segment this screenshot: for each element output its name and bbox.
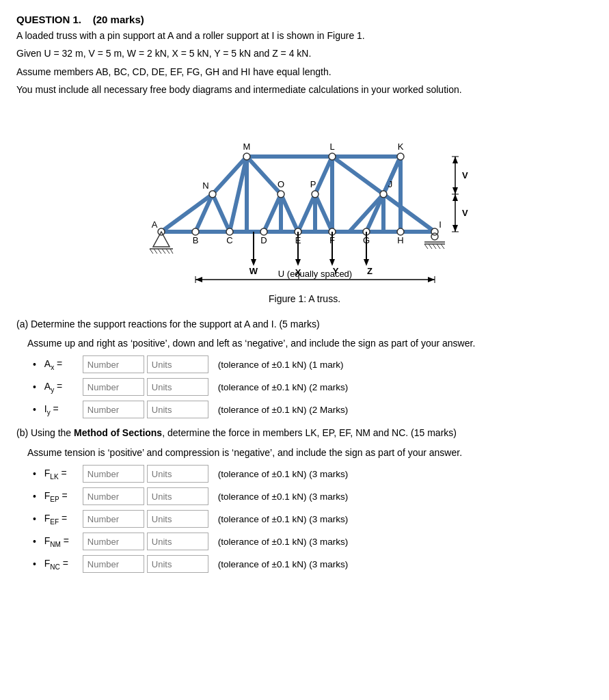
- part-b-header-post: , determine the force in members LK, EP,…: [162, 427, 457, 438]
- svg-line-28: [315, 194, 332, 232]
- svg-line-80: [441, 244, 444, 249]
- svg-marker-101: [452, 187, 458, 194]
- svg-text:D: D: [260, 235, 267, 245]
- flk-row: • FLK = (tolerance of ±0.1 kN) (3 marks): [33, 465, 593, 483]
- fnm-label: FNM =: [44, 535, 80, 548]
- svg-line-79: [437, 244, 440, 249]
- fep-tolerance: (tolerance of ±0.1 kN) (3 marks): [218, 492, 348, 502]
- svg-line-67: [150, 249, 153, 254]
- ay-row: • Ay = (tolerance of ±0.1 kN) (2 marks): [33, 378, 593, 396]
- svg-text:B: B: [192, 235, 198, 245]
- svg-line-21: [213, 194, 230, 232]
- part-b-sub: Assume tension is ‘positive’ and compres…: [27, 445, 593, 460]
- svg-point-46: [329, 153, 336, 160]
- svg-line-68: [154, 249, 157, 254]
- svg-text:V: V: [462, 170, 468, 180]
- svg-line-77: [429, 244, 432, 249]
- svg-marker-88: [329, 259, 335, 266]
- part-b-header-bold: Method of Sections: [74, 427, 162, 438]
- svg-point-36: [260, 228, 267, 235]
- flk-label: FLK =: [44, 468, 80, 481]
- bullet-fef: •: [33, 513, 36, 524]
- ax-row: • Ax = (tolerance of ±0.1 kN) (1 mark): [33, 355, 593, 373]
- svg-line-72: [170, 249, 173, 254]
- svg-text:U (equally spaced): U (equally spaced): [278, 269, 351, 279]
- iy-label: Iy =: [44, 403, 80, 416]
- svg-line-23: [264, 194, 281, 232]
- ax-units-input[interactable]: [147, 355, 208, 373]
- svg-line-32: [332, 157, 383, 194]
- svg-point-48: [397, 153, 404, 160]
- part-a-header: (a) Determine the support reactions for …: [16, 317, 593, 332]
- svg-marker-106: [428, 277, 435, 282]
- fef-units-input[interactable]: [147, 510, 208, 528]
- figure-caption: Figure 1: A truss.: [16, 293, 593, 304]
- flk-units-input[interactable]: [147, 465, 208, 483]
- part-b-header-pre: (b) Using the: [16, 427, 74, 438]
- ay-label: Ay =: [44, 381, 80, 394]
- svg-text:L: L: [329, 142, 334, 152]
- svg-point-43: [243, 153, 250, 160]
- svg-point-45: [312, 191, 319, 198]
- bullet-fnm: •: [33, 536, 36, 547]
- figure-container: M L K N O P J A B C D E F G H I: [16, 110, 593, 288]
- flk-number-input[interactable]: [83, 465, 144, 483]
- fnm-units-input[interactable]: [147, 533, 208, 550]
- svg-text:P: P: [310, 179, 316, 189]
- fep-label: FEP =: [44, 490, 80, 503]
- svg-line-31: [349, 194, 383, 232]
- fnm-number-input[interactable]: [83, 533, 144, 550]
- fep-number-input[interactable]: [83, 487, 144, 505]
- svg-text:A: A: [151, 219, 157, 230]
- flk-tolerance: (tolerance of ±0.1 kN) (3 marks): [218, 469, 348, 479]
- iy-units-input[interactable]: [147, 401, 208, 418]
- ay-number-input[interactable]: [83, 378, 144, 396]
- svg-marker-100: [452, 157, 458, 163]
- svg-point-35: [226, 228, 233, 235]
- ax-tolerance: (tolerance of ±0.1 kN) (1 mark): [218, 360, 344, 370]
- ay-units-input[interactable]: [147, 378, 208, 396]
- ay-tolerance: (tolerance of ±0.1 kN) (2 marks): [218, 382, 348, 392]
- truss-figure: M L K N O P J A B C D E F G H I: [127, 110, 483, 288]
- question-marks: (20 marks): [93, 14, 144, 25]
- svg-text:V: V: [462, 208, 468, 218]
- bullet-fep: •: [33, 491, 36, 502]
- bullet-fnc: •: [33, 558, 36, 569]
- fnc-units-input[interactable]: [147, 555, 208, 573]
- svg-line-24: [247, 157, 281, 194]
- fef-label: FEF =: [44, 513, 80, 526]
- iy-number-input[interactable]: [83, 401, 144, 418]
- bullet-ax: •: [33, 359, 36, 370]
- svg-marker-91: [364, 259, 369, 266]
- fnc-number-input[interactable]: [83, 555, 144, 573]
- fnm-row: • FNM = (tolerance of ±0.1 kN) (3 marks): [33, 533, 593, 550]
- fnc-label: FNC =: [44, 558, 80, 571]
- svg-text:N: N: [202, 180, 208, 191]
- intro-line-2: Given U = 32 m, V = 5 m, W = 2 kN, X = 5…: [16, 46, 593, 61]
- svg-marker-102: [452, 194, 458, 201]
- svg-line-13: [383, 194, 435, 232]
- ax-number-input[interactable]: [83, 355, 144, 373]
- svg-line-26: [298, 194, 315, 232]
- svg-text:C: C: [226, 235, 232, 245]
- bullet-ay: •: [33, 381, 36, 392]
- part-b-header: (b) Using the Method of Sections, determ…: [16, 425, 593, 440]
- question-number: QUESTION 1.: [16, 14, 81, 25]
- svg-point-34: [192, 228, 199, 235]
- svg-text:O: O: [277, 179, 284, 189]
- svg-text:W: W: [249, 266, 258, 276]
- fef-number-input[interactable]: [83, 510, 144, 528]
- fep-row: • FEP = (tolerance of ±0.1 kN) (3 marks): [33, 487, 593, 505]
- svg-line-76: [424, 244, 428, 249]
- fep-units-input[interactable]: [147, 487, 208, 505]
- fef-row: • FEF = (tolerance of ±0.1 kN) (3 marks): [33, 510, 593, 528]
- svg-text:H: H: [397, 235, 403, 245]
- bullet-flk: •: [33, 468, 36, 479]
- intro-line-1: A loaded truss with a pin support at A a…: [16, 28, 593, 43]
- svg-text:I: I: [439, 219, 442, 230]
- fnm-tolerance: (tolerance of ±0.1 kN) (3 marks): [218, 537, 348, 547]
- svg-point-44: [278, 191, 284, 198]
- svg-line-71: [166, 249, 170, 254]
- bullet-iy: •: [33, 404, 36, 415]
- svg-marker-85: [295, 259, 301, 266]
